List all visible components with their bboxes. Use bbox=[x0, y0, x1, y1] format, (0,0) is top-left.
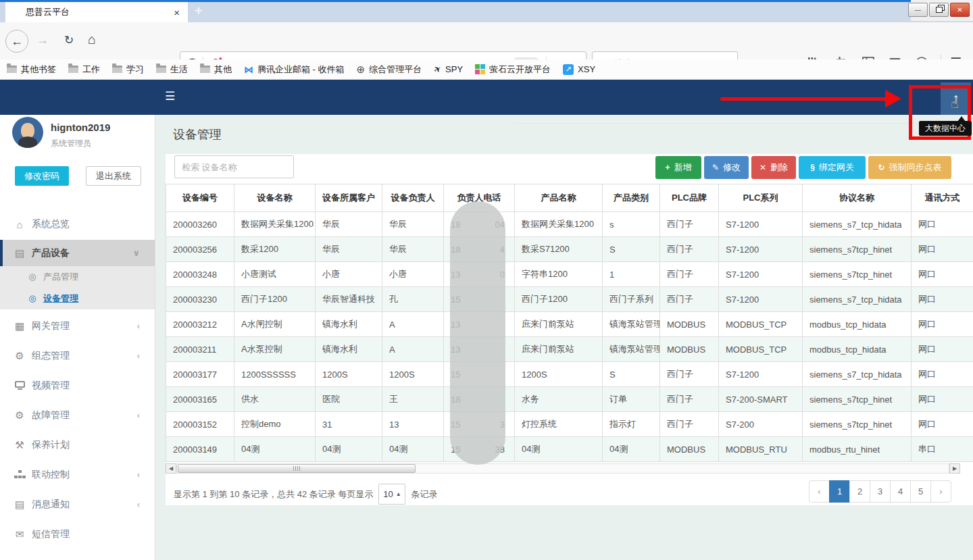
add-button[interactable]: +新增 bbox=[655, 156, 701, 179]
sidebar-item-8[interactable]: 联动控制‹ bbox=[0, 463, 155, 486]
sidebar-item-5[interactable]: 视频管理 bbox=[0, 374, 155, 397]
table-cell: 200003260 bbox=[166, 212, 234, 237]
table-cell: A bbox=[382, 312, 444, 337]
bookmark-item[interactable]: 其他 bbox=[200, 63, 232, 76]
sidebar-item-3[interactable]: ▦网关管理‹ bbox=[0, 314, 155, 338]
table-cell: siemens_s7_tcp_hidata bbox=[803, 212, 912, 237]
sidebar-item-6[interactable]: ⚙故障管理‹ bbox=[0, 403, 155, 427]
bookmark-item[interactable]: 其他书签 bbox=[7, 63, 56, 76]
table-row[interactable]: 200003256数采1200华辰华辰184数采S71200S西门子S7-120… bbox=[166, 237, 973, 262]
sidebar-item-1[interactable]: ⌂系统总览 bbox=[0, 215, 155, 234]
table-row[interactable]: 200003230西门子1200华辰智通科技孔15西门子1200西门子系列西门子… bbox=[166, 287, 973, 312]
scroll-right-icon[interactable]: ▶ bbox=[949, 463, 960, 474]
column-header[interactable]: 设备编号 bbox=[166, 184, 234, 212]
home-button[interactable]: ⌂ bbox=[88, 32, 96, 47]
sidebar-item-2[interactable]: ▤产品设备∨ bbox=[0, 240, 155, 266]
table-cell: siemens_s7tcp_hinet bbox=[803, 387, 912, 412]
column-header[interactable]: 通讯方式 bbox=[912, 184, 973, 212]
user-role: 系统管理员 bbox=[51, 138, 91, 149]
table-row[interactable]: 200003211A水泵控制镇海水利A13庶来门前泵站镇海泵站管理MODBUSM… bbox=[166, 337, 973, 362]
edit-button[interactable]: ✎修改 bbox=[704, 156, 749, 179]
action-label: 强制同步点表 bbox=[889, 161, 942, 174]
reload-button[interactable]: ↻ bbox=[64, 33, 74, 47]
table-row[interactable]: 20000314904测04测04测153804测04测MODBUSMODBUS… bbox=[166, 437, 973, 462]
bookmark-item[interactable]: 生活 bbox=[156, 63, 188, 76]
delete-button[interactable]: ✕删除 bbox=[751, 156, 796, 179]
forward-button[interactable]: → bbox=[36, 33, 49, 47]
table-row[interactable]: 200003260数据网关采集1200华辰华辰1804数据网关采集1200s西门… bbox=[166, 212, 973, 237]
table-row[interactable]: 200003248小唐测试小唐小唐130字符串12001西门子S7-1200si… bbox=[166, 262, 973, 287]
page-button-3[interactable]: 3 bbox=[870, 480, 891, 503]
table-cell: 04测 bbox=[234, 437, 316, 462]
chevron-left-icon: ‹ bbox=[137, 410, 140, 420]
back-button[interactable]: ← bbox=[5, 30, 28, 53]
sidebar-item-9[interactable]: ▤消息通知‹ bbox=[0, 492, 155, 516]
sidebar-subitem-设备管理[interactable]: ◎设备管理 bbox=[0, 287, 155, 309]
bookmark-item[interactable]: ✈SPY bbox=[434, 64, 463, 74]
force-sync-button[interactable]: ↻强制同步点表 bbox=[868, 156, 951, 179]
column-header[interactable]: 产品名称 bbox=[515, 184, 603, 212]
sidebar-item-4[interactable]: ⚙组态管理‹ bbox=[0, 344, 155, 367]
table-cell: 13 bbox=[382, 412, 444, 437]
table-cell: 04测 bbox=[603, 437, 660, 462]
prev-page-button[interactable]: ‹ bbox=[809, 480, 830, 503]
column-header[interactable]: 协议名称 bbox=[803, 184, 912, 212]
scrollbar-thumb[interactable] bbox=[178, 464, 416, 473]
table-cell: S bbox=[603, 237, 660, 262]
close-button[interactable]: ✕ bbox=[950, 3, 970, 17]
next-page-button[interactable]: › bbox=[930, 480, 951, 503]
restore-button[interactable] bbox=[929, 3, 949, 17]
tab-close-icon[interactable]: × bbox=[174, 7, 180, 18]
column-header[interactable]: 设备所属客户 bbox=[316, 184, 382, 212]
sidebar-collapse-icon[interactable]: ☰ bbox=[165, 89, 175, 103]
bookmark-item[interactable]: 学习 bbox=[112, 63, 144, 76]
logout-button[interactable]: 退出系统 bbox=[86, 166, 141, 186]
new-tab-button[interactable]: + bbox=[195, 3, 203, 19]
table-cell: siemens_s7tcp_hinet bbox=[803, 237, 912, 262]
bookmark-item[interactable]: ⋈腾讯企业邮箱 - 收件箱 bbox=[244, 63, 345, 76]
bookmark-item[interactable]: ⊕综合管理平台 bbox=[357, 63, 422, 76]
browser-toolbar: ← → ↻ ⌂ iot.idosp.net/admin/index.html?l… bbox=[0, 22, 973, 60]
page-button-4[interactable]: 4 bbox=[890, 480, 911, 503]
table-cell: 数据网关采集1200 bbox=[515, 212, 603, 237]
table-cell: 镇海水利 bbox=[316, 312, 382, 337]
minimize-button[interactable]: — bbox=[908, 3, 928, 17]
device-search-input[interactable] bbox=[174, 155, 294, 178]
bookmark-item[interactable]: ↗XSY bbox=[563, 64, 595, 75]
page-button-5[interactable]: 5 bbox=[910, 480, 931, 503]
action-label: 删除 bbox=[770, 161, 788, 174]
table-row[interactable]: 200003165供水医院王18水务订单西门子S7-200-SMARTsieme… bbox=[166, 387, 973, 412]
bookmark-item[interactable]: 萤石云开放平台 bbox=[475, 63, 551, 76]
table-cell: 供水 bbox=[234, 387, 316, 412]
sidebar-item-7[interactable]: ⚒保养计划 bbox=[0, 433, 155, 457]
sidebar-item-label: 视频管理 bbox=[32, 380, 70, 392]
avatar[interactable] bbox=[12, 117, 43, 148]
browser-tab[interactable]: 思普云平台 × bbox=[5, 2, 188, 22]
column-header[interactable]: 设备负责人 bbox=[382, 184, 444, 212]
table-cell: 04测 bbox=[316, 437, 382, 462]
column-header[interactable]: PLC品牌 bbox=[660, 184, 719, 212]
table-cell: 西门子 bbox=[660, 212, 719, 237]
horizontal-scrollbar[interactable]: ◀ ▶ bbox=[166, 463, 960, 474]
column-header[interactable]: 设备名称 bbox=[234, 184, 316, 212]
page-size-select[interactable]: 10▲ bbox=[378, 484, 405, 505]
table-cell: 04测 bbox=[382, 437, 444, 462]
table-cell: 西门子 bbox=[660, 262, 719, 287]
bookmark-item[interactable]: 工作 bbox=[68, 63, 100, 76]
column-header[interactable]: 产品类别 bbox=[603, 184, 660, 212]
folder-icon bbox=[112, 66, 122, 73]
page-button-2[interactable]: 2 bbox=[849, 480, 870, 503]
column-header[interactable]: PLC系列 bbox=[719, 184, 803, 212]
change-password-button[interactable]: 修改密码 bbox=[15, 166, 69, 186]
sidebar-subitem-label: 产品管理 bbox=[43, 271, 78, 283]
table-cell: 灯控系统 bbox=[515, 412, 603, 437]
scroll-left-icon[interactable]: ◀ bbox=[166, 463, 176, 474]
page-button-1[interactable]: 1 bbox=[829, 480, 850, 503]
table-row[interactable]: 200003152控制demo3113153灯控系统指示灯西门子S7-200si… bbox=[166, 412, 973, 437]
bind-gateway-button[interactable]: §绑定网关 bbox=[799, 156, 866, 179]
table-row[interactable]: 2000031771200SSSSSS1200S1200S151200SS西门子… bbox=[166, 362, 973, 387]
sidebar-item-10[interactable]: ✉短信管理 bbox=[0, 522, 155, 546]
table-cell: 数采S71200 bbox=[515, 237, 603, 262]
table-row[interactable]: 200003212A水闸控制镇海水利A13庶来门前泵站镇海泵站管理MODBUSM… bbox=[166, 312, 973, 337]
sidebar-subitem-产品管理[interactable]: ◎产品管理 bbox=[0, 266, 155, 287]
